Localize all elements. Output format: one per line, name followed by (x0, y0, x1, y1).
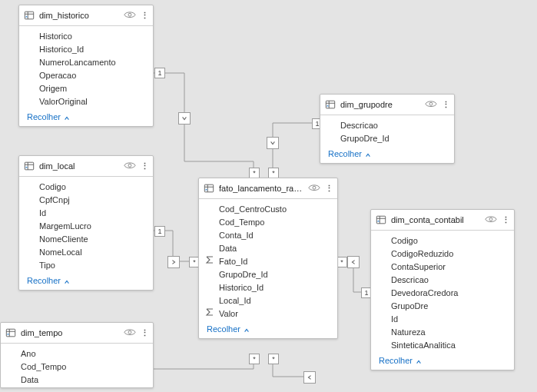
field-item[interactable]: SinteticaAnalitica (371, 338, 514, 351)
field-item[interactable]: DevedoraCredora (371, 286, 514, 299)
field-item[interactable]: ValorOriginal (19, 95, 153, 108)
field-item[interactable]: Descricao (320, 118, 454, 131)
field-item[interactable]: NomeLocal (19, 245, 153, 258)
field-label: Historico_Id (39, 45, 84, 54)
visibility-icon[interactable] (425, 99, 437, 110)
table-icon (204, 183, 214, 194)
more-options-icon[interactable]: ⋮ (141, 162, 148, 170)
collapse-link[interactable]: Recolher (19, 109, 153, 126)
field-label: GrupoDre_Id (340, 134, 389, 143)
field-item[interactable]: NomeCliente (19, 232, 153, 245)
more-options-icon[interactable]: ⋮ (502, 216, 509, 224)
table-icon (24, 161, 35, 171)
table-header[interactable]: dim_local ⋮ (19, 156, 153, 177)
collapse-link[interactable]: Recolher (199, 321, 337, 338)
field-label: Data (219, 244, 237, 253)
field-label: Historico_Id (219, 283, 264, 292)
table-dim_grupodre[interactable]: dim_grupodre ⋮DescricaoGrupoDre_IdRecolh… (320, 94, 455, 164)
table-title: fato_lancamento_rate... (219, 184, 303, 193)
visibility-icon[interactable] (124, 161, 136, 171)
field-label: Cod_Tempo (21, 362, 66, 371)
field-item[interactable]: Valor (199, 307, 337, 320)
more-options-icon[interactable]: ⋮ (141, 329, 148, 337)
field-item[interactable]: CodigoReduzido (371, 247, 514, 260)
table-dim_tempo[interactable]: dim_tempo ⋮AnoCod_TempoData (0, 322, 154, 388)
field-label: Origem (39, 84, 67, 93)
field-item[interactable]: Cod_CentroCusto (199, 202, 337, 215)
field-item[interactable]: CpfCnpj (19, 193, 153, 206)
field-label: Local_Id (219, 296, 251, 305)
table-dim_conta_contabil[interactable]: dim_conta_contabil ⋮CodigoCodigoReduzido… (370, 209, 515, 370)
model-canvas[interactable]: 1 * 1 * 1 * 1 * * * dim_historico ⋮Histo… (0, 0, 537, 392)
field-item[interactable]: Cod_Tempo (199, 215, 337, 228)
field-item[interactable]: Natureza (371, 325, 514, 338)
field-item[interactable]: Codigo (371, 234, 514, 247)
table-header[interactable]: dim_historico ⋮ (19, 5, 153, 26)
more-options-icon[interactable]: ⋮ (325, 184, 333, 192)
table-header[interactable]: fato_lancamento_rate... ⋮ (199, 178, 337, 199)
table-header[interactable]: dim_grupodre ⋮ (320, 95, 454, 115)
table-icon (376, 214, 386, 225)
field-label: Tipo (39, 261, 55, 270)
fields-list: CodigoCpfCnpjIdMargemLucroNomeClienteNom… (19, 177, 153, 273)
field-item[interactable]: GrupoDre_Id (320, 131, 454, 145)
field-item[interactable]: NumeroLancamento (19, 55, 153, 68)
visibility-icon[interactable] (308, 183, 320, 194)
field-label: Id (39, 208, 46, 218)
field-item[interactable]: Local_Id (199, 294, 337, 307)
chevron-up-icon (365, 151, 371, 157)
field-item[interactable]: Historico_Id (19, 42, 153, 55)
field-item[interactable]: Fato_Id (199, 254, 337, 267)
collapse-link[interactable]: Recolher (19, 273, 153, 290)
field-item[interactable]: Id (19, 206, 153, 219)
fields-list: Cod_CentroCustoCod_TempoConta_IdData Fat… (199, 199, 337, 321)
table-fato_lancamento_rate[interactable]: fato_lancamento_rate... ⋮Cod_CentroCusto… (198, 178, 338, 339)
field-label: Valor (219, 309, 238, 318)
field-item[interactable]: Data (199, 241, 337, 254)
field-item[interactable]: Id (371, 312, 514, 325)
field-item[interactable]: Origem (19, 81, 153, 95)
field-item[interactable]: Ano (1, 347, 153, 360)
field-item[interactable]: Operacao (19, 68, 153, 81)
field-item[interactable]: ContaSuperior (371, 260, 514, 273)
field-label: Conta_Id (219, 231, 254, 240)
sigma-icon (205, 307, 214, 317)
table-header[interactable]: dim_tempo ⋮ (1, 323, 153, 344)
table-dim_historico[interactable]: dim_historico ⋮HistoricoHistorico_IdNume… (18, 5, 154, 127)
field-item[interactable]: MargemLucro (19, 219, 153, 232)
field-label: MargemLucro (39, 221, 91, 231)
visibility-icon[interactable] (124, 327, 136, 338)
field-item[interactable]: GrupoDre (371, 299, 514, 312)
collapse-link[interactable]: Recolher (371, 353, 514, 370)
collapse-label: Recolher (207, 324, 240, 334)
field-item[interactable]: Historico (19, 29, 153, 42)
field-item[interactable]: Tipo (19, 258, 153, 271)
field-item[interactable]: Descricao (371, 273, 514, 286)
field-label: Cod_CentroCusto (219, 204, 287, 214)
field-item[interactable]: Data (1, 373, 153, 386)
field-item[interactable]: GrupoDre_Id (199, 267, 337, 281)
chevron-up-icon (416, 357, 422, 364)
collapse-label: Recolher (328, 149, 362, 158)
field-item[interactable]: Cod_Tempo (1, 360, 153, 373)
table-header[interactable]: dim_conta_contabil ⋮ (371, 210, 514, 231)
visibility-icon[interactable] (485, 214, 497, 225)
field-item[interactable]: Conta_Id (199, 228, 337, 241)
fields-list: DescricaoGrupoDre_Id (320, 115, 454, 146)
field-label: DevedoraCredora (391, 288, 458, 297)
more-options-icon[interactable]: ⋮ (442, 101, 449, 108)
chevron-up-icon (64, 277, 70, 284)
collapse-link[interactable]: Recolher (320, 146, 454, 163)
table-title: dim_historico (39, 11, 119, 20)
field-item[interactable]: Historico_Id (199, 281, 337, 294)
table-title: dim_local (39, 161, 119, 171)
visibility-icon[interactable] (124, 10, 136, 21)
fields-list: AnoCod_TempoData (1, 344, 153, 387)
svg-rect-4 (326, 101, 334, 108)
field-item[interactable]: Codigo (19, 180, 153, 193)
chevron-up-icon (244, 326, 250, 332)
field-label: NomeLocal (39, 247, 82, 257)
more-options-icon[interactable]: ⋮ (141, 12, 148, 19)
svg-point-15 (313, 186, 316, 189)
table-dim_local[interactable]: dim_local ⋮CodigoCpfCnpjIdMargemLucroNom… (18, 155, 154, 291)
